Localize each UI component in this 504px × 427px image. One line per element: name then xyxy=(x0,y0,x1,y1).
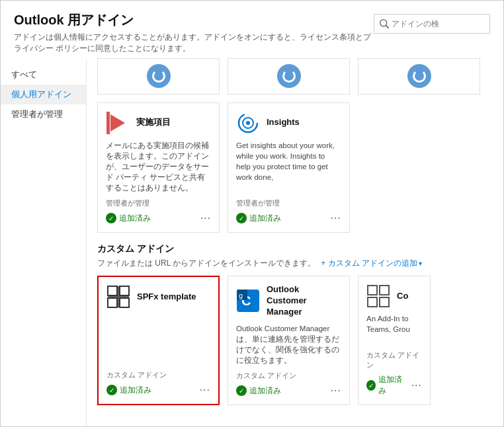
added-badge-ocm: ✓ 追加済み xyxy=(236,385,281,397)
card-partial: Co An Add-In to Teams, Grou カスタム アドイン ✓ … xyxy=(358,276,431,405)
added-badge-insights: ✓ 追加済み xyxy=(236,213,281,224)
svg-rect-8 xyxy=(120,298,129,307)
check-icon-insights: ✓ xyxy=(236,213,247,223)
added-label-spfx: 追加済み xyxy=(120,385,151,396)
check-icon-ocm: ✓ xyxy=(236,385,247,396)
card-actions-ocm: ✓ 追加済み ··· xyxy=(236,385,341,397)
card-tag-partial: カスタム アドイン xyxy=(366,350,422,370)
custom-section-subtitle: ファイルまたは URL からアドインをインストールできます。 xyxy=(97,258,315,269)
card-actions-spfx: ✓ 追加済み ··· xyxy=(106,384,210,396)
svg-rect-7 xyxy=(108,298,117,307)
top-card-2 xyxy=(228,58,350,95)
card-top-spfx: SPFx template xyxy=(106,285,210,309)
svg-rect-1 xyxy=(106,112,110,134)
sidebar: すべて 個人用アドイン 管理者が管理 xyxy=(1,58,87,426)
card-title-spfx: SPFx template xyxy=(137,291,196,303)
card-top-insights: Insights xyxy=(236,111,341,135)
card-actions-jissikoumo: ✓ 追加済み ··· xyxy=(106,212,211,224)
card-tag-spfx: カスタム アドイン xyxy=(106,370,210,380)
added-badge-partial: ✓ 追加済み xyxy=(366,374,407,397)
card-footer-insights: 管理者が管理 ✓ 追加済み ··· xyxy=(236,198,341,224)
more-btn-jissikoumo[interactable]: ··· xyxy=(200,212,211,224)
card-desc-ocm: Outlook Customer Manager は、単に連絡先を管理するだけで… xyxy=(236,323,341,366)
svg-rect-17 xyxy=(368,297,377,307)
card-actions-insights: ✓ 追加済み ··· xyxy=(236,212,341,224)
chevron-down-icon: ▾ xyxy=(419,260,422,267)
content-area: 実施項目 メールにある実施項目の候補を表示します。このアドインが、ユーザーのデー… xyxy=(87,58,503,426)
check-icon-spfx: ✓ xyxy=(106,385,117,395)
card-footer-spfx: カスタム アドイン ✓ 追加済み ··· xyxy=(106,370,210,396)
svg-point-4 xyxy=(246,121,250,125)
top-partial-row xyxy=(97,58,493,95)
custom-section-subtitle-row: ファイルまたは URL からアドインをインストールできます。 + カスタム アド… xyxy=(97,258,493,269)
search-icon xyxy=(380,19,389,28)
card-title-ocm: Outlook CustomerManager xyxy=(267,284,341,318)
card-insights: Insights Get insights about your work, w… xyxy=(228,102,350,233)
page-subtitle: アドインは個人情報にアクセスすることがあります。アドインをオンにすると、ライセン… xyxy=(14,32,374,54)
card-title-partial: Co xyxy=(397,291,408,302)
card-ocm: C g Outlook CustomerManager Outlook Cust… xyxy=(228,276,350,405)
added-label-partial: 追加済み xyxy=(378,374,407,397)
card-tag-jissikoumo: 管理者が管理 xyxy=(106,198,211,208)
added-label-insights: 追加済み xyxy=(249,213,281,224)
check-icon-partial: ✓ xyxy=(366,380,376,391)
sidebar-item-all[interactable]: すべて xyxy=(1,65,86,85)
top-card-1-icon xyxy=(147,64,171,88)
card-top-partial: Co xyxy=(366,284,422,308)
card-tag-ocm: カスタム アドイン xyxy=(236,371,341,381)
card-title-insights: Insights xyxy=(267,117,300,128)
card-spfx: SPFx template カスタム アドイン ✓ 追加済み ··· xyxy=(97,276,220,405)
top-card-2-icon xyxy=(277,64,301,88)
card-footer-partial: カスタム アドイン ✓ 追加済み ··· xyxy=(366,350,422,397)
partial-icon xyxy=(366,284,390,308)
more-btn-spfx[interactable]: ··· xyxy=(200,384,210,396)
card-top-ocm: C g Outlook CustomerManager xyxy=(236,284,341,318)
card-jissikoumo: 実施項目 メールにある実施項目の候補を表示します。このアドインが、ユーザーのデー… xyxy=(97,102,220,233)
card-desc-insights: Get insights about your work, while you … xyxy=(236,140,341,193)
card-tag-insights: 管理者が管理 xyxy=(236,198,341,208)
svg-marker-0 xyxy=(110,114,125,132)
top-card-3-icon xyxy=(407,64,431,88)
card-top-jissikoumo: 実施項目 xyxy=(106,111,211,135)
page-title: Outlook 用アドイン xyxy=(14,11,374,29)
top-card-3 xyxy=(358,58,480,95)
card-desc-partial: An Add-In to Teams, Grou xyxy=(366,313,422,345)
svg-rect-15 xyxy=(368,286,377,295)
svg-rect-6 xyxy=(120,286,129,295)
svg-rect-5 xyxy=(108,286,117,295)
card-footer-jissikoumo: 管理者が管理 ✓ 追加済み ··· xyxy=(106,198,211,224)
added-label-ocm: 追加済み xyxy=(249,385,281,397)
search-box[interactable] xyxy=(374,14,490,34)
insights-icon xyxy=(236,111,260,135)
personal-addins-row: 実施項目 メールにある実施項目の候補を表示します。このアドインが、ユーザーのデー… xyxy=(97,102,493,233)
added-badge-jissikoumo: ✓ 追加済み xyxy=(106,213,151,224)
card-footer-ocm: カスタム アドイン ✓ 追加済み ··· xyxy=(236,371,341,397)
svg-rect-16 xyxy=(380,286,389,295)
more-btn-ocm[interactable]: ··· xyxy=(331,385,341,397)
search-input[interactable] xyxy=(392,19,484,28)
card-title-jissikoumo: 実施項目 xyxy=(136,117,171,128)
top-card-1 xyxy=(97,58,220,95)
card-desc-jissikoumo: メールにある実施項目の候補を表示します。このアドインが、ユーザーのデータをサード… xyxy=(106,140,211,193)
check-icon-jissikoumo: ✓ xyxy=(106,213,116,223)
more-btn-partial[interactable]: ··· xyxy=(411,379,422,391)
custom-addins-row: SPFx template カスタム アドイン ✓ 追加済み ··· xyxy=(97,276,493,405)
jissikoumo-icon xyxy=(106,111,130,135)
added-label-jissikoumo: 追加済み xyxy=(119,213,151,224)
sidebar-item-admin[interactable]: 管理者が管理 xyxy=(1,104,86,124)
svg-text:g: g xyxy=(239,291,243,299)
added-badge-spfx: ✓ 追加済み xyxy=(106,385,151,396)
card-actions-partial: ✓ 追加済み ··· xyxy=(366,374,422,397)
svg-rect-18 xyxy=(380,297,389,307)
ocm-icon: C g xyxy=(236,289,260,313)
sidebar-item-personal[interactable]: 個人用アドイン xyxy=(1,85,86,104)
more-btn-insights[interactable]: ··· xyxy=(331,212,341,224)
custom-section-title: カスタム アドイン xyxy=(97,243,493,255)
add-custom-addin-link[interactable]: + カスタム アドインの追加 ▾ xyxy=(321,258,422,269)
spfx-icon xyxy=(106,285,130,309)
